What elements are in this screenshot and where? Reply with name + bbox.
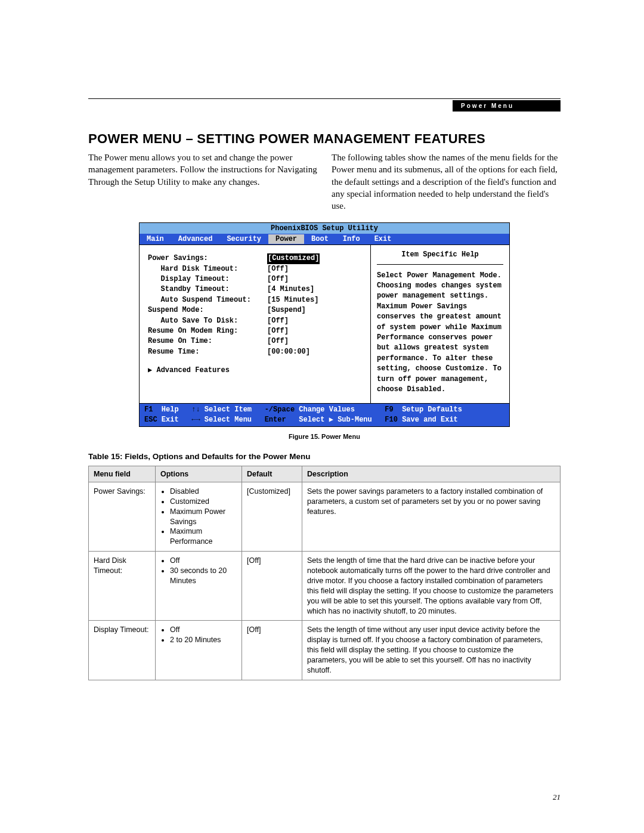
page-number: 21 [553, 792, 561, 802]
bios-tab-boot: Boot [304, 234, 336, 244]
bios-row: Resume On Modem Ring:[Off] [148, 326, 364, 336]
table-cell: DisabledCustomizedMaximum Power SavingsM… [156, 482, 242, 551]
key-space: -/Space [265, 405, 295, 415]
key-updown: ↑↓ [191, 405, 200, 415]
bios-tab-security: Security [219, 234, 268, 244]
lbl-change: Change Values [299, 405, 355, 415]
table-caption: Table 15: Fields, Options and Defaults f… [88, 452, 561, 461]
table-cell: Hard Disk Timeout: [89, 552, 156, 621]
bios-help-text: Select Power Management Mode. Choosing m… [377, 271, 503, 395]
bios-row: Display Timeout:[Off] [148, 274, 364, 284]
bios-row: Power Savings:[Customized] [148, 253, 364, 264]
bios-row: Hard Disk Timeout:[Off] [148, 264, 364, 274]
bios-row: Resume On Time:[Off] [148, 336, 364, 346]
table-cell: Off30 seconds to 20 Minutes [156, 552, 242, 621]
table-header: Menu field [89, 466, 156, 482]
table-row: Display Timeout:Off2 to 20 Minutes[Off]S… [89, 621, 561, 680]
intro-columns: The Power menu allows you to set and cha… [88, 151, 561, 212]
bios-advanced-features: ▶ Advanced Features [148, 366, 364, 376]
table-cell: Sets the length of time that the hard dr… [302, 552, 561, 621]
lbl-help: Help [162, 405, 179, 415]
figure-caption: Figure 15. Power Menu [88, 433, 561, 440]
key-esc: ESC [144, 415, 157, 425]
key-f1: F1 [144, 405, 153, 415]
bios-title: PhoenixBIOS Setup Utility [140, 223, 509, 234]
bios-left-panel: Power Savings:[Customized] Hard Disk Tim… [140, 245, 370, 403]
bios-row: Standby Timeout:[4 Minutes] [148, 284, 364, 295]
bios-tab-exit: Exit [367, 234, 399, 244]
table-cell: [Customized] [242, 482, 302, 551]
table-cell: [Off] [242, 621, 302, 680]
bios-screenshot: PhoenixBIOS Setup Utility MainAdvancedSe… [139, 222, 510, 427]
intro-right: The following tables show the names of t… [332, 151, 561, 212]
key-f10: F10 [385, 415, 398, 425]
table-cell: Sets the power savings parameters to a f… [302, 482, 561, 551]
lbl-save: Save and Exit [402, 415, 458, 425]
section-tag: Power Menu [453, 100, 561, 112]
bios-tab-info: Info [336, 234, 367, 244]
table-header: Options [156, 466, 242, 482]
table-cell: [Off] [242, 552, 302, 621]
bios-footer: F1 Help ↑↓ Select Item -/Space Change Va… [140, 404, 509, 426]
table-cell: Sets the length of time without any user… [302, 621, 561, 680]
lbl-submenu: Select ▶ Sub-Menu [299, 415, 371, 425]
bios-row: Resume Time:[00:00:00] [148, 347, 364, 357]
page-title: POWER MENU – SETTING POWER MANAGEMENT FE… [88, 131, 561, 147]
lbl-select-menu: Select Menu [205, 415, 252, 425]
lbl-select-item: Select Item [205, 405, 252, 415]
table-row: Hard Disk Timeout:Off30 seconds to 20 Mi… [89, 552, 561, 621]
bios-tabs: MainAdvancedSecurityPowerBootInfoExit [140, 234, 509, 244]
lbl-exit: Exit [162, 415, 179, 425]
key-f9: F9 [385, 405, 393, 415]
bios-help-panel: Item Specific Help Select Power Manageme… [370, 245, 509, 403]
bios-tab-advanced: Advanced [171, 234, 220, 244]
options-table: Menu fieldOptionsDefaultDescription Powe… [88, 466, 561, 680]
bios-tab-power: Power [268, 234, 304, 244]
key-lr: ←→ [191, 415, 200, 425]
bios-row: Auto Save To Disk:[Off] [148, 316, 364, 326]
table-cell: Display Timeout: [89, 621, 156, 680]
header-rule [88, 98, 561, 99]
bios-tab-main: Main [140, 234, 171, 244]
key-enter: Enter [265, 415, 286, 425]
bios-row: Auto Suspend Timeout:[15 Minutes] [148, 295, 364, 305]
bios-row: Suspend Mode:[Suspend] [148, 305, 364, 315]
lbl-defaults: Setup Defaults [402, 405, 462, 415]
table-header: Default [242, 466, 302, 482]
table-header: Description [302, 466, 561, 482]
table-cell: Power Savings: [89, 482, 156, 551]
intro-left: The Power menu allows you to set and cha… [88, 151, 317, 212]
bios-help-title: Item Specific Help [377, 250, 503, 264]
table-cell: Off2 to 20 Minutes [156, 621, 242, 680]
table-row: Power Savings:DisabledCustomizedMaximum … [89, 482, 561, 551]
